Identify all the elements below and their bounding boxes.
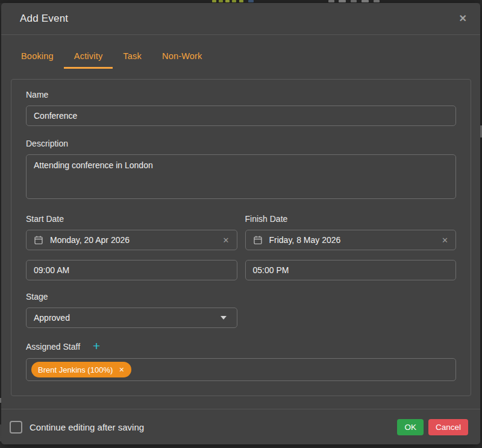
cancel-button[interactable]: Cancel bbox=[428, 419, 468, 435]
staff-tag: Brent Jenkins (100%) ✕ bbox=[31, 362, 131, 377]
form-panel: Name Description Attending conference in… bbox=[11, 79, 471, 396]
start-time-input[interactable]: 09:00 AM bbox=[26, 260, 237, 280]
add-staff-icon[interactable]: + bbox=[93, 342, 100, 350]
background-artifact bbox=[239, 0, 243, 2]
remove-staff-icon[interactable]: ✕ bbox=[119, 366, 124, 374]
ok-button[interactable]: OK bbox=[397, 419, 424, 435]
continue-editing-label: Continue editing after saving bbox=[30, 422, 144, 432]
finish-date-group: Finish Date Friday, 8 May 2026 ✕ bbox=[245, 215, 457, 250]
background-artifact bbox=[212, 0, 216, 2]
assigned-staff-group: Assigned Staff + Brent Jenkins (100%) ✕ bbox=[26, 342, 456, 381]
assigned-staff-label: Assigned Staff bbox=[26, 342, 80, 351]
dialog-title: Add Event bbox=[20, 13, 68, 25]
tab-bar: Booking Activity Task Non-Work bbox=[1, 35, 480, 69]
description-input[interactable]: Attending conference in London bbox=[26, 154, 456, 199]
background-artifact bbox=[339, 0, 346, 2]
dialog-header: Add Event ✕ bbox=[1, 3, 480, 35]
start-time-value: 09:00 AM bbox=[34, 265, 69, 275]
caret-down-icon bbox=[221, 316, 227, 320]
finish-time-input[interactable]: 05:00 PM bbox=[245, 260, 457, 280]
finish-time-value: 05:00 PM bbox=[253, 265, 289, 275]
finish-date-input[interactable]: Friday, 8 May 2026 ✕ bbox=[245, 230, 457, 250]
name-field-group: Name bbox=[26, 90, 456, 126]
stage-value: Approved bbox=[34, 313, 70, 323]
start-date-input[interactable]: Monday, 20 Apr 2026 ✕ bbox=[26, 230, 237, 250]
background-artifact bbox=[219, 0, 223, 2]
tab-non-work[interactable]: Non-Work bbox=[152, 45, 213, 69]
name-label: Name bbox=[26, 90, 456, 99]
background-artifact bbox=[328, 0, 334, 2]
close-icon[interactable]: ✕ bbox=[459, 14, 467, 24]
start-date-label: Start Date bbox=[26, 215, 237, 223]
name-input[interactable] bbox=[26, 106, 456, 126]
stage-select[interactable]: Approved bbox=[26, 308, 237, 328]
continue-editing-checkbox[interactable] bbox=[10, 421, 22, 434]
time-fields-row: 09:00 AM 05:00 PM bbox=[26, 260, 456, 280]
staff-tag-label: Brent Jenkins (100%) bbox=[38, 365, 113, 374]
tab-task[interactable]: Task bbox=[113, 45, 152, 69]
dialog-footer: Continue editing after saving OK Cancel bbox=[1, 409, 480, 444]
finish-date-label: Finish Date bbox=[245, 215, 457, 223]
background-artifact bbox=[248, 0, 254, 2]
background-artifact bbox=[362, 0, 369, 2]
tab-activity[interactable]: Activity bbox=[64, 45, 113, 69]
background-artifact bbox=[351, 0, 357, 2]
start-date-group: Start Date Monday, 20 Apr 2026 ✕ bbox=[26, 215, 237, 250]
description-label: Description bbox=[26, 139, 456, 148]
stage-field-group: Stage Approved bbox=[26, 292, 456, 328]
calendar-icon bbox=[34, 235, 43, 245]
add-event-dialog: Add Event ✕ Booking Activity Task Non-Wo… bbox=[1, 3, 480, 444]
assigned-staff-input[interactable]: Brent Jenkins (100%) ✕ bbox=[26, 358, 456, 381]
clear-finish-date-icon[interactable]: ✕ bbox=[442, 236, 448, 245]
description-field-group: Description Attending conference in Lond… bbox=[26, 139, 456, 201]
background-artifact bbox=[232, 0, 236, 2]
clear-start-date-icon[interactable]: ✕ bbox=[223, 236, 230, 245]
background-artifact bbox=[374, 0, 380, 2]
calendar-icon bbox=[253, 235, 263, 245]
stage-label: Stage bbox=[26, 292, 456, 301]
tab-booking[interactable]: Booking bbox=[11, 45, 64, 69]
start-date-value: Monday, 20 Apr 2026 bbox=[50, 235, 130, 245]
finish-date-value: Friday, 8 May 2026 bbox=[269, 235, 341, 245]
date-fields-row: Start Date Monday, 20 Apr 2026 ✕ bbox=[26, 215, 456, 250]
background-artifact bbox=[225, 0, 230, 2]
